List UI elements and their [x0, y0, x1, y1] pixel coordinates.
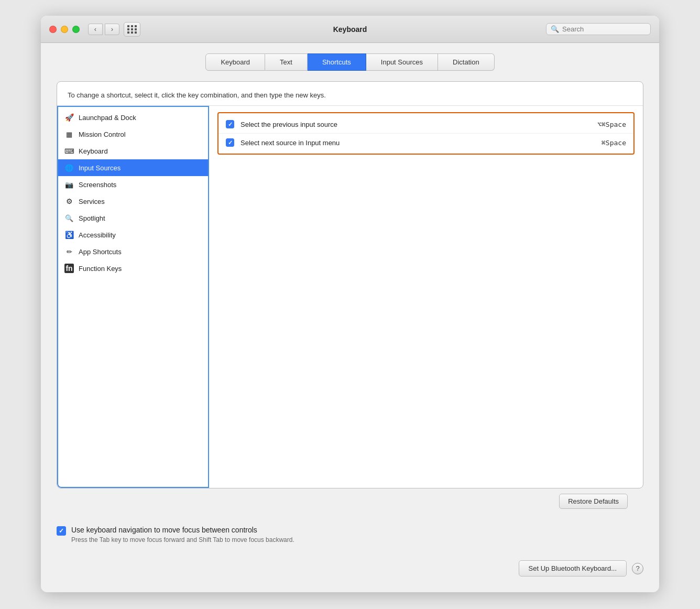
shortcut-label-next: Select next source in Input menu	[240, 139, 595, 147]
nav-keyboard-checkbox[interactable]	[57, 526, 66, 536]
sidebar-label-spotlight: Spotlight	[79, 214, 105, 222]
forward-button[interactable]: ›	[105, 24, 119, 35]
sidebar: 🚀 Launchpad & Dock ▦ Mission Control ⌨ K…	[57, 106, 209, 488]
traffic-lights	[49, 26, 80, 33]
keyboard-icon: ⌨	[64, 146, 74, 156]
grid-button[interactable]	[124, 22, 140, 37]
sidebar-item-keyboard[interactable]: ⌨ Keyboard	[58, 143, 208, 159]
restore-defaults-row: Restore Defaults	[72, 494, 628, 509]
nav-keyboard-row: Use keyboard navigation to move focus be…	[57, 526, 643, 543]
fn-icon: fn	[64, 264, 74, 273]
maximize-button[interactable]	[72, 26, 80, 33]
search-icon: 🔍	[551, 25, 559, 33]
sidebar-item-accessibility[interactable]: ♿ Accessibility	[58, 226, 208, 243]
nav-keyboard-text: Use keyboard navigation to move focus be…	[71, 526, 294, 543]
launchpad-icon: 🚀	[64, 113, 74, 122]
accessibility-icon: ♿	[64, 230, 74, 240]
setup-bluetooth-button[interactable]: Set Up Bluetooth Keyboard...	[519, 560, 627, 577]
sidebar-label-launchpad: Launchpad & Dock	[79, 114, 136, 122]
shortcut-item-next: Select next source in Input menu ⌘Space	[218, 134, 633, 151]
tab-text[interactable]: Text	[265, 53, 308, 71]
spotlight-icon: 🔍	[64, 213, 74, 223]
window-title: Keyboard	[333, 25, 367, 34]
shortcut-key-next: ⌘Space	[601, 139, 626, 147]
right-panel: Select the previous input source ⌥⌘Space…	[209, 106, 643, 488]
shortcut-key-prev: ⌥⌘Space	[597, 121, 626, 128]
input-sources-icon: 🌐	[64, 163, 74, 172]
search-bar[interactable]: 🔍	[546, 23, 651, 35]
sidebar-label-function-keys: Function Keys	[79, 265, 122, 273]
tab-shortcuts[interactable]: Shortcuts	[308, 53, 366, 71]
sidebar-label-app-shortcuts: App Shortcuts	[79, 248, 122, 256]
close-button[interactable]	[49, 26, 57, 33]
tabs-bar: Keyboard Text Shortcuts Input Sources Di…	[57, 53, 643, 71]
help-button[interactable]: ?	[632, 563, 643, 574]
tab-dictation[interactable]: Dictation	[438, 53, 495, 71]
services-icon: ⚙	[64, 197, 74, 206]
sidebar-item-mission[interactable]: ▦ Mission Control	[58, 126, 208, 143]
main-content: To change a shortcut, select it, click t…	[57, 81, 643, 488]
content-area: 🚀 Launchpad & Dock ▦ Mission Control ⌨ K…	[57, 106, 643, 488]
sidebar-label-accessibility: Accessibility	[79, 231, 116, 239]
sidebar-item-input-sources[interactable]: 🌐 Input Sources	[58, 159, 208, 176]
sidebar-label-mission: Mission Control	[79, 130, 126, 138]
shortcut-checkbox-next[interactable]	[226, 138, 234, 147]
restore-defaults-button[interactable]: Restore Defaults	[559, 494, 628, 509]
instruction-text: To change a shortcut, select it, click t…	[57, 82, 643, 106]
window-body: Keyboard Text Shortcuts Input Sources Di…	[41, 43, 659, 592]
sidebar-label-keyboard: Keyboard	[79, 147, 108, 155]
sidebar-item-launchpad[interactable]: 🚀 Launchpad & Dock	[58, 109, 208, 126]
nav-keyboard-sub: Press the Tab key to move focus forward …	[71, 536, 294, 543]
title-bar: ‹ › Keyboard 🔍	[41, 16, 659, 43]
screenshots-icon: 📷	[64, 180, 74, 189]
nav-keyboard-main: Use keyboard navigation to move focus be…	[71, 526, 294, 534]
tab-input-sources[interactable]: Input Sources	[366, 53, 438, 71]
tab-keyboard[interactable]: Keyboard	[205, 53, 265, 71]
sidebar-item-function-keys[interactable]: fn Function Keys	[58, 260, 208, 277]
minimize-button[interactable]	[61, 26, 68, 33]
bottom-buttons-row: Set Up Bluetooth Keyboard... ?	[57, 560, 643, 577]
sidebar-item-app-shortcuts[interactable]: ✏ App Shortcuts	[58, 243, 208, 260]
mission-icon: ▦	[64, 129, 74, 139]
nav-buttons: ‹ ›	[88, 24, 119, 35]
sidebar-label-services: Services	[79, 198, 105, 205]
back-button[interactable]: ‹	[88, 24, 103, 35]
keyboard-preferences-window: ‹ › Keyboard 🔍 Keyboard Text Shortcuts I…	[41, 16, 659, 592]
grid-icon	[127, 25, 137, 34]
sidebar-item-services[interactable]: ⚙ Services	[58, 193, 208, 210]
shortcut-item-prev: Select the previous input source ⌥⌘Space	[218, 115, 633, 134]
sidebar-label-screenshots: Screenshots	[79, 181, 116, 189]
app-shortcuts-icon: ✏	[64, 247, 74, 256]
sidebar-item-spotlight[interactable]: 🔍 Spotlight	[58, 210, 208, 226]
shortcut-label-prev: Select the previous input source	[240, 121, 591, 128]
sidebar-item-screenshots[interactable]: 📷 Screenshots	[58, 176, 208, 193]
shortcut-checkbox-prev[interactable]	[226, 120, 234, 128]
sidebar-label-input-sources: Input Sources	[79, 164, 121, 172]
shortcuts-list: Select the previous input source ⌥⌘Space…	[217, 112, 635, 155]
search-input[interactable]	[562, 25, 646, 33]
